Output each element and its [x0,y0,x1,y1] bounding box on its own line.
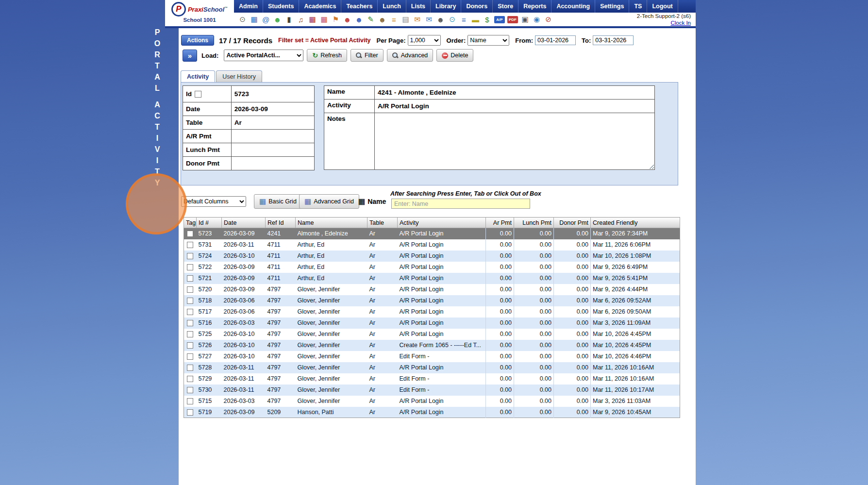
row-tag-checkbox[interactable] [187,275,193,282]
name-search-input[interactable] [391,199,530,209]
table-row[interactable]: 57312026-03-114711Arthur, EdArA/R Portal… [184,239,680,251]
row-tag-checkbox[interactable] [187,231,193,237]
actions-button[interactable]: Actions [181,35,214,46]
table-row[interactable]: 57182026-03-064797Glover, JenniferArA/R … [184,295,680,306]
row-tag-checkbox[interactable] [187,242,193,248]
row-tag-checkbox[interactable] [187,365,193,371]
nav-item-teachers[interactable]: Teachers [341,0,378,13]
nav-item-lists[interactable]: Lists [406,0,431,13]
row-tag-checkbox[interactable] [187,387,193,393]
calendar-icon[interactable]: ▦ [307,14,318,25]
row-tag-checkbox[interactable] [187,264,193,270]
column-header-lunch-pmt[interactable]: Lunch Pmt [514,217,554,228]
column-header-tag[interactable]: Tag [184,217,197,228]
column-header-donor-pmt[interactable]: Donor Pmt [554,217,591,228]
person-blue-icon[interactable]: ☻ [353,14,365,25]
column-header-ref-id[interactable]: Ref Id [266,217,296,228]
load-expand-button[interactable]: » [183,50,197,62]
notes-green-icon[interactable]: ✎ [365,14,376,25]
people-icon[interactable]: ☻ [377,14,388,25]
alert-icon[interactable]: ⊘ [543,14,554,25]
keycard-icon[interactable]: ▬ [470,14,481,25]
load-filter-select[interactable]: Active PortalActi... [224,50,303,61]
table-row[interactable]: 57282026-03-114797Glover, JenniferArA/R … [184,362,680,373]
advanced-grid-button[interactable]: ▦Advanced Grid [299,194,359,209]
lunch-icon[interactable]: ≡ [388,14,400,25]
group-icon[interactable]: ☻ [435,14,446,25]
search-icon[interactable]: ⊙ [237,14,248,25]
column-header-activity[interactable]: Activity [398,217,486,228]
per-page-select[interactable]: 1,000 [408,35,441,46]
column-header-date[interactable]: Date [222,217,266,228]
table-row[interactable]: 57232026-03-094241Almonte , EdelnizeArA/… [184,228,680,239]
nav-item-students[interactable]: Students [263,0,299,13]
megaphone-icon[interactable]: ⚑ [330,14,341,25]
pdf-icon[interactable]: PDF [507,16,518,23]
to-date-input[interactable] [593,35,634,45]
row-tag-checkbox[interactable] [187,298,193,304]
row-tag-checkbox[interactable] [187,409,193,416]
send-icon[interactable]: ✉ [412,14,423,25]
table-row[interactable]: 57252026-03-104797Glover, JenniferArA/R … [184,329,680,340]
table-row[interactable]: 57152026-03-034797Glover, JenniferArA/R … [184,396,680,407]
list-icon[interactable]: ≡ [458,14,469,25]
mobile-icon[interactable]: ▮ [284,14,295,25]
row-tag-checkbox[interactable] [187,398,193,404]
row-tag-checkbox[interactable] [187,331,193,337]
table-row[interactable]: 57242026-03-104711Arthur, EdArA/R Portal… [184,251,680,262]
row-tag-checkbox[interactable] [187,320,193,326]
table-row[interactable]: 57162026-03-034797Glover, JenniferArA/R … [184,318,680,329]
spreadsheet-icon[interactable]: ▦ [249,14,260,25]
printer-icon[interactable]: ▣ [519,14,531,25]
speaker-icon[interactable]: ♫ [295,14,306,25]
nav-item-accounting[interactable]: Accounting [551,0,595,13]
table-row[interactable]: 57192026-03-095209Hanson, PattiArA/R Por… [184,407,680,418]
row-tag-checkbox[interactable] [187,253,193,259]
table-row[interactable]: 57222026-03-094711Arthur, EdArA/R Portal… [184,262,680,273]
nav-item-donors[interactable]: Donors [461,0,493,13]
nav-item-lunch[interactable]: Lunch [378,0,406,13]
nav-item-admin[interactable]: Admin [234,0,263,13]
filter-button[interactable]: Filter [351,49,384,62]
resize-grip-icon[interactable] [649,164,654,169]
table-row[interactable]: 57272026-03-104797Glover, JenniferArEdit… [184,351,680,362]
table-row[interactable]: 57172026-03-064797Glover, JenniferArA/R … [184,306,680,318]
from-date-input[interactable] [535,35,576,45]
column-header-name[interactable]: Name [296,217,367,228]
student-red-icon[interactable]: ☻ [342,14,353,25]
order-select[interactable]: Name [467,35,509,46]
tab-activity[interactable]: Activity [181,70,215,83]
clock-in-link[interactable]: Clock In [670,20,691,26]
row-tag-checkbox[interactable] [187,376,193,382]
nav-item-library[interactable]: Library [431,0,461,13]
column-header-table[interactable]: Table [367,217,398,228]
forward-icon[interactable]: ✉ [423,14,434,25]
table-row[interactable]: 57202026-03-094797Glover, JenniferArA/R … [184,284,680,295]
nav-item-logout[interactable]: Logout [647,0,678,13]
notes-value[interactable] [375,113,655,170]
row-tag-checkbox[interactable] [187,286,193,293]
table-row[interactable]: 57302026-03-114797Glover, JenniferArEdit… [184,385,680,396]
clock-icon[interactable]: ⊙ [447,14,458,25]
cd-icon[interactable]: ◉ [531,14,542,25]
schedule-icon[interactable]: ▦ [318,14,330,25]
email-icon[interactable]: @ [260,14,271,25]
delete-button[interactable]: Delete [436,49,473,62]
row-tag-checkbox[interactable] [187,309,193,315]
advanced-button[interactable]: Advanced [387,49,434,62]
nav-item-store[interactable]: Store [493,0,518,13]
column-header-ar-pmt[interactable]: Ar Pmt [486,217,514,228]
id-checkbox[interactable] [195,91,201,98]
tab-user-history[interactable]: User History [216,70,262,83]
columns-select[interactable]: Default Columns [181,196,246,207]
column-header-created-friendly[interactable]: Created Friendly [591,217,680,228]
basic-grid-button[interactable]: ▦Basic Grid [254,194,302,209]
chat-icon[interactable]: ☻ [272,14,283,25]
refresh-button[interactable]: ↻Refresh [307,49,347,62]
nav-item-settings[interactable]: Settings [595,0,629,13]
nav-item-ts[interactable]: TS [629,0,647,13]
clipboard-icon[interactable]: ▤ [400,14,411,25]
nav-item-reports[interactable]: Reports [518,0,551,13]
ap-badge-icon[interactable]: A/P [494,16,505,23]
table-row[interactable]: 57212026-03-094711Arthur, EdArA/R Portal… [184,273,680,284]
